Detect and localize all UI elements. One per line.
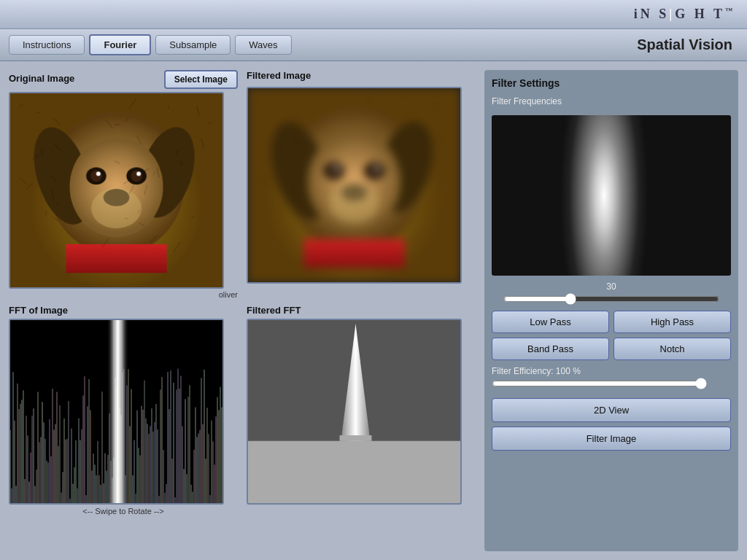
notch-button[interactable]: Notch [614, 338, 731, 360]
fft-caption: <-- Swipe to Rotate --> [9, 507, 238, 516]
original-image-panel: Original Image Select Image oliver [9, 70, 238, 299]
original-image-caption: oliver [9, 290, 238, 299]
filtered-fft-label: Filtered FFT [247, 305, 476, 316]
filter-frequencies-label: Filter Frequencies [492, 96, 731, 106]
original-dog-canvas [10, 93, 222, 287]
efficiency-slider[interactable] [492, 378, 707, 389]
efficiency-label: Filter Efficiency: 100 % [492, 366, 581, 376]
select-image-button[interactable]: Select Image [164, 70, 238, 89]
fft-canvas [10, 320, 224, 505]
original-image-box [9, 92, 224, 289]
high-pass-button[interactable]: High Pass [614, 311, 731, 333]
fft-image-box [9, 319, 224, 505]
tab-subsample[interactable]: Subsample [155, 35, 231, 55]
frequency-slider-value: 30 [606, 281, 616, 292]
filter-frequency-display [492, 115, 731, 276]
filter-image-button[interactable]: Filter Image [492, 427, 731, 451]
fft-label: FFT of Image [9, 305, 238, 316]
action-buttons: 2D View Filter Image [492, 398, 731, 451]
tab-fourier[interactable]: Fourier [89, 34, 151, 55]
frequency-slider-row: 30 [492, 281, 731, 305]
filtered-image-panel: Filtered Image [247, 70, 476, 299]
app-header: iN S|G H T™ [0, 0, 747, 29]
app-logo: iN S|G H T™ [634, 7, 735, 22]
fft-row: FFT of Image <-- Swipe to Rotate --> Fil… [9, 305, 476, 551]
filtered-fft-canvas [248, 320, 462, 505]
navigation-bar: Instructions Fourier Subsample Waves Spa… [0, 29, 747, 61]
filter-type-buttons: Low Pass High Pass Band Pass Notch [492, 311, 731, 360]
page-title: Spatial Vision [637, 36, 732, 53]
filtered-image-box [247, 87, 462, 284]
fft-panel: FFT of Image <-- Swipe to Rotate --> [9, 305, 238, 551]
tab-instructions[interactable]: Instructions [9, 35, 85, 55]
image-panels: Original Image Select Image oliver Filte… [9, 70, 476, 551]
filtered-dog-canvas [248, 88, 460, 282]
frequency-slider[interactable] [503, 293, 719, 305]
filter-settings-title: Filter Settings [492, 77, 731, 89]
filtered-fft-panel: Filtered FFT [247, 305, 476, 551]
tab-waves[interactable]: Waves [235, 35, 291, 55]
main-content: Original Image Select Image oliver Filte… [0, 61, 747, 560]
filtered-fft-box [247, 319, 462, 505]
images-row: Original Image Select Image oliver Filte… [9, 70, 476, 299]
frequency-gradient [492, 115, 731, 276]
filtered-image-header: Filtered Image [247, 70, 476, 84]
efficiency-row: Filter Efficiency: 100 % [492, 366, 731, 389]
filtered-image-label: Filtered Image [247, 70, 311, 81]
original-image-label: Original Image [9, 73, 74, 84]
filter-settings-panel: Filter Settings Filter Frequencies 30 Lo… [484, 70, 738, 551]
low-pass-button[interactable]: Low Pass [492, 311, 609, 333]
band-pass-button[interactable]: Band Pass [492, 338, 609, 360]
original-image-header: Original Image Select Image [9, 70, 238, 89]
2d-view-button[interactable]: 2D View [492, 398, 731, 422]
